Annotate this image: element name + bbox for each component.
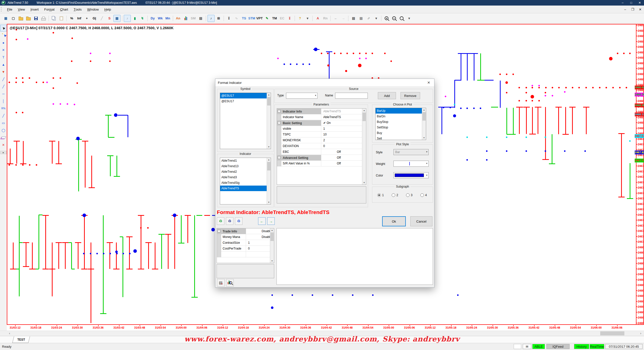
subgraph-radio-3[interactable]: 3 [406, 193, 413, 197]
add-button[interactable]: Add [378, 92, 396, 99]
ts-icon[interactable]: TS [240, 15, 248, 22]
collapse-icon[interactable]: − [278, 121, 280, 124]
scroll-left-icon[interactable]: ‹ [7, 331, 12, 335]
cross-tool[interactable]: ✕ [0, 47, 7, 53]
remove-button[interactable]: Remove [400, 92, 420, 99]
menu-format[interactable]: Format [42, 6, 57, 13]
eraser-tool[interactable] [0, 134, 7, 141]
zoom-out-icon[interactable]: − [390, 15, 397, 22]
scrollbar-thumb[interactable] [600, 331, 624, 335]
arrow-up-tool[interactable]: ▲ [0, 61, 7, 68]
parameters-grid[interactable]: −Indicator InfoIndicator TypeAbleTrendTS… [277, 108, 366, 185]
note-grey-icon[interactable]: ♪ [124, 15, 131, 22]
monthly-icon[interactable]: Mn [164, 15, 171, 22]
child-restore-icon[interactable]: ❐ [629, 8, 636, 11]
list-item[interactable]: SellStop [376, 125, 426, 130]
export-icon[interactable]: ↧ [286, 15, 293, 22]
list-item[interactable]: Buy [376, 130, 426, 136]
list-item[interactable]: BarUp [376, 108, 426, 114]
grid-group-row[interactable]: −Basic Setting [277, 120, 321, 126]
gap-icon[interactable]: G| [91, 15, 98, 22]
save-icon[interactable] [32, 15, 39, 22]
dialog-title-bar[interactable]: Format Indicator ✕ [215, 79, 434, 87]
child-close-icon[interactable]: ✕ [636, 8, 644, 11]
menu-chart[interactable]: Chart [57, 6, 71, 13]
forward-icon[interactable]: → [340, 15, 347, 22]
collapse-icon[interactable]: − [278, 110, 280, 113]
zigzag-icon[interactable]: ↯ [139, 15, 146, 22]
list-scrollbar[interactable]: ▲▼ [267, 93, 271, 149]
cancel-button[interactable]: Cancel [410, 216, 432, 226]
sm-icon[interactable]: SM [190, 15, 197, 22]
candle-icon[interactable]: ▮ [131, 15, 138, 22]
trade-report-icon[interactable]: ▤m [217, 279, 225, 287]
edit-note-icon[interactable]: ✎ [263, 15, 270, 22]
list-item[interactable]: @ESU17 [220, 98, 271, 104]
plot-list[interactable]: BarUpBarDnBuyStopSellStopBuySellExit▲▼ [375, 108, 426, 140]
chart-active-icon[interactable]: ▦ [113, 15, 120, 22]
minimize-icon[interactable]: – [618, 1, 627, 5]
trendline-icon[interactable]: ╱ [98, 15, 105, 22]
grid-row[interactable]: TSPC10 [277, 132, 366, 137]
back-icon[interactable]: ← [332, 15, 339, 22]
line-tool[interactable]: ╱ [0, 83, 7, 90]
arrow-down-tool[interactable]: ▼ [0, 68, 7, 75]
dialog-close-icon[interactable]: ✕ [423, 81, 434, 85]
inf-icon[interactable]: Inf [76, 15, 83, 22]
subgraph-radio-1[interactable]: 1 [377, 193, 384, 197]
overflow-icon-2[interactable]: ▾ [373, 15, 380, 22]
sound-icon[interactable]: ♪ [208, 15, 215, 22]
indicator-list[interactable]: AbleTrend1AbleTrend13AbleTrend2AbleTrend… [220, 158, 271, 204]
grid-group-row[interactable]: −Trade Info [217, 228, 246, 234]
refresh-navy-icon[interactable]: ♻ [226, 217, 233, 225]
menu-tools[interactable]: Tools [71, 6, 85, 13]
dot-tool[interactable]: ◆ [0, 39, 7, 46]
grid-row[interactable] [217, 252, 274, 257]
list-scrollbar[interactable]: ▲▼ [267, 158, 271, 204]
grid-group-row[interactable]: −Advanced Setting [277, 155, 321, 161]
maximize-icon[interactable]: □ [627, 1, 635, 5]
annotate-icon[interactable]: A [314, 15, 321, 22]
stm-icon[interactable]: STM [248, 15, 255, 22]
grid-row[interactable]: Money ManaDisable [217, 234, 274, 240]
scroll-right-icon[interactable]: › [638, 331, 643, 335]
grid-row[interactable]: CostPerTrade0 [217, 246, 274, 252]
hline-tool[interactable]: ─ [0, 90, 7, 97]
grid-scrollbar[interactable]: ▲▼ [362, 109, 366, 185]
colored-bars-icon[interactable] [182, 15, 189, 22]
collapse-icon[interactable]: − [278, 156, 280, 159]
grid-row[interactable]: MONEYRISK2 [277, 137, 366, 143]
paste-icon[interactable] [58, 15, 65, 22]
grid-row[interactable]: Indicator NameAbleTrendTS [277, 114, 366, 120]
menu-view[interactable]: View [15, 6, 28, 13]
tab-test[interactable]: TEST [12, 336, 30, 343]
menu-window[interactable]: Window [84, 6, 101, 13]
list-item[interactable]: AbleTrend3 [220, 174, 271, 180]
radio-icon[interactable] [392, 193, 395, 197]
type-combo[interactable]: ▾ [286, 93, 317, 99]
name-input[interactable] [335, 93, 368, 99]
new-window-icon[interactable]: ▢ [10, 15, 17, 22]
vpt-icon[interactable]: VPT [256, 15, 263, 22]
text-tool[interactable]: T [0, 54, 7, 61]
list-item[interactable]: AbleTrend1 [220, 158, 271, 163]
analysis-icon[interactable]: An [175, 15, 182, 22]
segment-tool[interactable]: ╱ [0, 76, 7, 83]
close-icon[interactable]: ✕ [635, 1, 644, 5]
list-item[interactable]: AbleTrendSig [220, 180, 271, 186]
refresh-blue-icon[interactable]: ♻ [235, 217, 243, 225]
help-icon[interactable]: ? [296, 15, 303, 22]
list-item[interactable]: BuyStop [376, 119, 426, 125]
list-item[interactable]: Sell [376, 136, 426, 140]
grid-row[interactable]: visible1 [277, 126, 366, 132]
tm-icon[interactable]: TM [271, 15, 278, 22]
select-cursor-tool[interactable]: ▶ [0, 25, 7, 31]
list-icon[interactable]: ▤ [197, 15, 204, 22]
download-icon[interactable]: ↧ [225, 15, 232, 22]
ok-button[interactable]: Ok [382, 216, 406, 226]
prev-indicator-icon[interactable]: ← [258, 217, 266, 225]
grid-row[interactable]: ContractSize1 [217, 240, 274, 246]
list-item[interactable]: AbleTrend2 [220, 169, 271, 174]
daily-icon[interactable]: Dy [149, 15, 156, 22]
zoom-in-icon[interactable]: + [383, 15, 390, 22]
